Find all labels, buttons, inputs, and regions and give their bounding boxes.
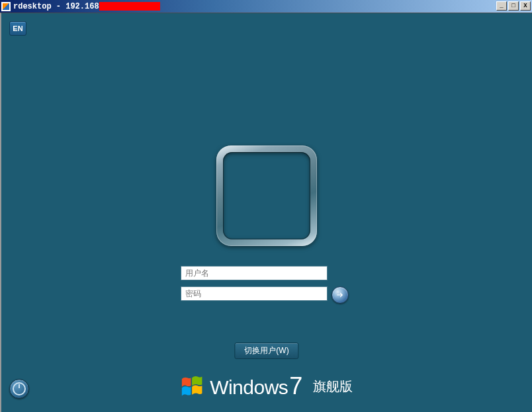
minimize-button[interactable]: _ <box>496 1 507 11</box>
switch-user-button[interactable]: 切换用户(W) <box>234 343 298 359</box>
user-avatar-frame <box>216 145 317 246</box>
brand-edition: 旗舰版 <box>313 378 353 395</box>
password-input[interactable] <box>181 286 328 301</box>
os-branding: Windows7 旗舰版 <box>181 372 353 400</box>
submit-button[interactable] <box>332 286 349 304</box>
user-avatar <box>223 152 310 239</box>
username-row <box>181 266 328 280</box>
brand-product-name: Windows <box>210 376 288 398</box>
redacted-ip <box>99 2 160 11</box>
windows-logo-icon <box>181 376 203 396</box>
app-icon <box>1 2 11 11</box>
language-indicator[interactable]: EN <box>9 21 26 36</box>
ease-of-access-button[interactable] <box>9 379 29 399</box>
maximize-button[interactable]: □ <box>508 1 519 11</box>
username-input[interactable] <box>181 266 328 280</box>
login-form <box>181 266 353 301</box>
remote-desktop-area: EN 切换用户(W) Windows7 旗舰版 <box>0 13 532 412</box>
brand-version: 7 <box>289 372 302 399</box>
close-button[interactable]: X <box>520 1 531 11</box>
window-controls: _ □ X <box>495 1 531 11</box>
brand-product: Windows7 <box>210 372 302 400</box>
arrow-right-icon <box>335 290 345 300</box>
password-row <box>181 286 328 301</box>
window-title: rdesktop - 192.168 <box>13 2 99 11</box>
window-titlebar: rdesktop - 192.168 _ □ X <box>0 0 532 13</box>
